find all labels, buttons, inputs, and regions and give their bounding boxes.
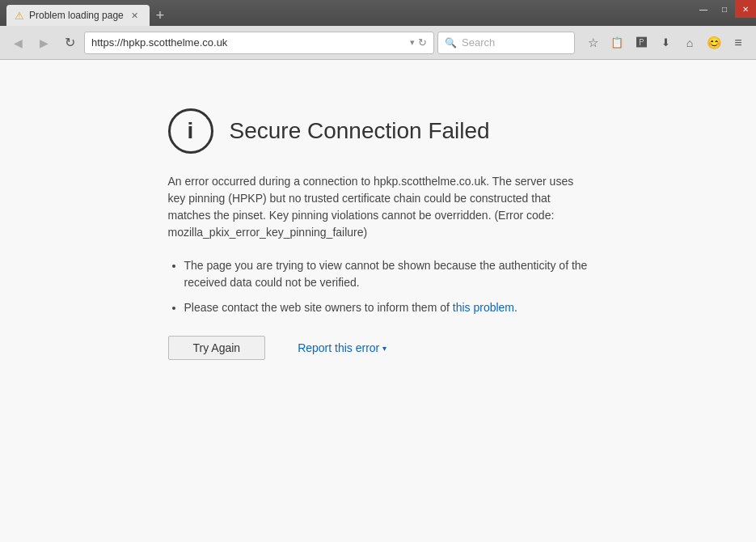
menu-button[interactable]: ≡ bbox=[727, 32, 750, 54]
pocket-icon: 🅿 bbox=[636, 36, 647, 49]
url-text: https://hpkp.scotthelme.co.uk bbox=[91, 36, 410, 49]
reload-button[interactable]: ↻ bbox=[58, 32, 81, 54]
pocket-button[interactable]: 🅿 bbox=[630, 32, 653, 54]
reload-icon: ↻ bbox=[65, 35, 75, 50]
error-description: An error occurred during a connection to… bbox=[168, 173, 589, 241]
forward-button[interactable]: ▶ bbox=[32, 32, 55, 54]
forward-icon: ▶ bbox=[40, 36, 49, 49]
download-button[interactable]: ⬇ bbox=[654, 32, 677, 54]
new-tab-button[interactable]: + bbox=[150, 5, 171, 26]
search-bar[interactable]: 🔍 Search bbox=[437, 32, 575, 54]
bullet-item-1: The page you are trying to view cannot b… bbox=[184, 257, 589, 291]
avatar-button[interactable]: 😊 bbox=[703, 32, 725, 54]
report-error-link[interactable]: Report this error ▾ bbox=[298, 341, 386, 354]
error-header: i Secure Connection Failed bbox=[168, 108, 589, 154]
home-icon: ⌂ bbox=[686, 36, 693, 49]
report-error-text: Report this error bbox=[298, 341, 379, 354]
page-content: i Secure Connection Failed An error occu… bbox=[0, 60, 756, 542]
reader-view-button[interactable]: 📋 bbox=[606, 32, 628, 54]
url-dropdown-icon[interactable]: ▾ bbox=[410, 37, 415, 48]
bookmark-star-icon: ☆ bbox=[588, 36, 598, 50]
close-button[interactable]: ✕ bbox=[735, 0, 756, 18]
bullet-item-2: Please contact the web site owners to in… bbox=[184, 299, 589, 316]
menu-icon: ≡ bbox=[734, 36, 741, 50]
reader-view-icon: 📋 bbox=[610, 36, 623, 49]
bookmark-star-button[interactable]: ☆ bbox=[581, 32, 604, 54]
try-again-button[interactable]: Try Again bbox=[168, 336, 266, 360]
bullet-2-suffix: . bbox=[514, 301, 517, 314]
address-bar[interactable]: https://hpkp.scotthelme.co.uk ▾ ↻ bbox=[84, 32, 434, 54]
tab-close-button[interactable]: ✕ bbox=[129, 9, 141, 22]
search-icon: 🔍 bbox=[445, 37, 457, 49]
back-button[interactable]: ◀ bbox=[6, 32, 29, 54]
bullet-2-prefix: Please contact the web site owners to in… bbox=[184, 301, 453, 314]
report-dropdown-icon: ▾ bbox=[382, 344, 386, 353]
browser-tab[interactable]: ⚠ Problem loading page ✕ bbox=[6, 5, 150, 26]
tab-warning-icon: ⚠ bbox=[15, 10, 24, 22]
this-problem-link[interactable]: this problem bbox=[453, 301, 514, 314]
error-title: Secure Connection Failed bbox=[230, 118, 490, 144]
error-actions: Try Again Report this error ▾ bbox=[168, 336, 589, 360]
home-button[interactable]: ⌂ bbox=[678, 32, 701, 54]
download-icon: ⬇ bbox=[661, 36, 670, 49]
maximize-button[interactable]: □ bbox=[714, 0, 735, 18]
back-icon: ◀ bbox=[14, 36, 23, 49]
search-placeholder: Search bbox=[462, 36, 495, 49]
avatar-icon: 😊 bbox=[707, 36, 722, 50]
error-container: i Secure Connection Failed An error occu… bbox=[168, 108, 589, 360]
reload-small-icon[interactable]: ↻ bbox=[418, 36, 427, 49]
error-icon: i bbox=[168, 108, 213, 154]
minimize-button[interactable]: — bbox=[693, 0, 714, 18]
error-bullet-list: The page you are trying to view cannot b… bbox=[184, 257, 589, 316]
tab-label: Problem loading page bbox=[29, 10, 124, 21]
